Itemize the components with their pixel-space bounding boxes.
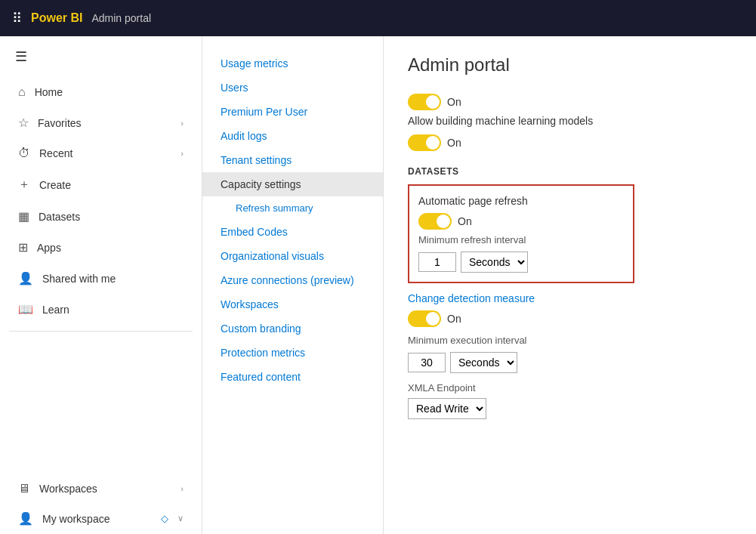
datasets-icon: ▦ xyxy=(18,209,29,224)
sidebar-item-favorites[interactable]: ☆ Favorites › xyxy=(3,108,199,137)
sidebar-label-create: Create xyxy=(39,179,184,191)
topbar: ⠿ Power BI Admin portal xyxy=(0,0,756,36)
min-refresh-row: Seconds Minutes Hours xyxy=(418,252,624,273)
sidebar-label-apps: Apps xyxy=(37,242,184,254)
content-area: Usage metrics Users Premium Per User Aud… xyxy=(202,36,756,534)
subnav-item-protection[interactable]: Protection metrics xyxy=(202,341,383,365)
sidebar: ☰ ⌂ Home ☆ Favorites › ⏱ Recent › ＋ Crea… xyxy=(0,36,202,534)
sidebar-item-home[interactable]: ⌂ Home xyxy=(3,78,199,106)
recent-icon: ⏱ xyxy=(18,147,30,160)
app-logo: Power BI xyxy=(31,11,82,25)
subnav-item-capacity[interactable]: Capacity settings xyxy=(202,172,383,196)
min-exec-label: Minimum execution interval xyxy=(408,335,732,346)
chevron-right-icon: › xyxy=(181,119,184,128)
subnav-item-tenant[interactable]: Tenant settings xyxy=(202,148,383,172)
sidebar-label-myworkspace: My workspace xyxy=(42,513,152,525)
hamburger-button[interactable]: ☰ xyxy=(0,36,202,77)
subnav-item-usage[interactable]: Usage metrics xyxy=(202,51,383,76)
subnav-item-embed[interactable]: Embed Codes xyxy=(202,220,383,244)
toggle-3-label: On xyxy=(458,215,472,227)
allow-ml-label: Allow building machine learning models xyxy=(408,115,732,127)
app-name: Admin portal xyxy=(91,12,151,24)
home-icon: ⌂ xyxy=(18,85,26,99)
subnav-item-orgvisuals[interactable]: Organizational visuals xyxy=(202,244,383,268)
diamond-badge-icon: ◇ xyxy=(161,513,168,524)
sidebar-bottom: 🖥 Workspaces › 👤 My workspace ◇ ∨ xyxy=(0,474,202,534)
subnav-item-premium[interactable]: Premium Per User xyxy=(202,100,383,124)
sidebar-item-myworkspace[interactable]: 👤 My workspace ◇ ∨ xyxy=(3,504,199,533)
toggle-4-label: On xyxy=(447,313,461,325)
xmla-select[interactable]: Read Write Read Only Off xyxy=(408,398,486,419)
subnav: Usage metrics Users Premium Per User Aud… xyxy=(202,36,384,534)
sidebar-label-home: Home xyxy=(35,86,184,98)
toggle-row-1: On xyxy=(408,94,732,110)
sidebar-label-favorites: Favorites xyxy=(38,117,171,129)
toggle-1-label: On xyxy=(447,96,461,108)
page-title: Admin portal xyxy=(408,54,732,76)
min-refresh-input[interactable] xyxy=(418,252,456,272)
favorites-icon: ☆ xyxy=(18,116,29,130)
sidebar-divider xyxy=(9,331,193,332)
main-panel: Admin portal On Allow building machine l… xyxy=(384,36,756,534)
change-detection-label[interactable]: Change detection measure xyxy=(408,292,732,304)
toggle-1[interactable] xyxy=(408,94,441,110)
chevron-right-icon: › xyxy=(181,484,184,493)
min-exec-select[interactable]: Seconds Minutes Hours xyxy=(450,352,517,373)
subnav-item-users[interactable]: Users xyxy=(202,76,383,100)
xmla-label: XMLA Endpoint xyxy=(408,382,732,394)
sidebar-item-apps[interactable]: ⊞ Apps xyxy=(3,233,199,262)
subnav-item-refresh[interactable]: Refresh summary xyxy=(202,196,383,220)
toggle-row-2: On xyxy=(408,134,732,151)
sidebar-label-datasets: Datasets xyxy=(39,211,184,223)
min-refresh-label: Minimum refresh interval xyxy=(418,234,624,245)
toggle-row-3: On xyxy=(418,213,624,230)
sidebar-item-learn[interactable]: 📖 Learn xyxy=(3,295,199,324)
subnav-item-audit[interactable]: Audit logs xyxy=(202,124,383,148)
auto-refresh-title: Automatic page refresh xyxy=(418,195,624,207)
shared-icon: 👤 xyxy=(18,271,33,286)
subnav-item-workspaces[interactable]: Workspaces xyxy=(202,292,383,316)
apps-icon: ⊞ xyxy=(18,240,28,255)
min-exec-input[interactable] xyxy=(408,353,446,372)
toggle-3[interactable] xyxy=(418,213,452,230)
toggle-4[interactable] xyxy=(408,310,441,327)
grid-icon[interactable]: ⠿ xyxy=(12,10,22,26)
myworkspace-icon: 👤 xyxy=(18,511,33,526)
create-icon: ＋ xyxy=(18,177,30,193)
chevron-down-icon: ∨ xyxy=(177,514,184,523)
sidebar-label-workspaces: Workspaces xyxy=(39,483,171,495)
subnav-item-azure[interactable]: Azure connections (preview) xyxy=(202,268,383,292)
subnav-item-branding[interactable]: Custom branding xyxy=(202,316,383,341)
sidebar-item-workspaces[interactable]: 🖥 Workspaces › xyxy=(3,474,199,503)
datasets-section-label: DATASETS xyxy=(408,166,732,177)
sidebar-label-learn: Learn xyxy=(42,304,184,316)
subnav-item-featured[interactable]: Featured content xyxy=(202,365,383,389)
sidebar-label-shared: Shared with me xyxy=(42,273,184,285)
sidebar-label-recent: Recent xyxy=(39,147,171,159)
toggle-2-label: On xyxy=(447,137,461,149)
sidebar-item-create[interactable]: ＋ Create xyxy=(3,169,199,200)
workspaces-icon: 🖥 xyxy=(18,482,30,495)
toggle-2[interactable] xyxy=(408,134,441,151)
main-layout: ☰ ⌂ Home ☆ Favorites › ⏱ Recent › ＋ Crea… xyxy=(0,36,756,534)
min-refresh-select[interactable]: Seconds Minutes Hours xyxy=(461,252,528,273)
sidebar-item-datasets[interactable]: ▦ Datasets xyxy=(3,202,199,231)
sidebar-item-shared[interactable]: 👤 Shared with me xyxy=(3,264,199,293)
min-exec-row: Seconds Minutes Hours xyxy=(408,352,732,373)
sidebar-item-recent[interactable]: ⏱ Recent › xyxy=(3,139,199,168)
toggle-row-4: On xyxy=(408,310,732,327)
learn-icon: 📖 xyxy=(18,302,33,316)
chevron-right-icon: › xyxy=(181,149,184,158)
auto-refresh-box: Automatic page refresh On Minimum refres… xyxy=(408,184,634,283)
settings-section: On Allow building machine learning model… xyxy=(408,94,732,419)
